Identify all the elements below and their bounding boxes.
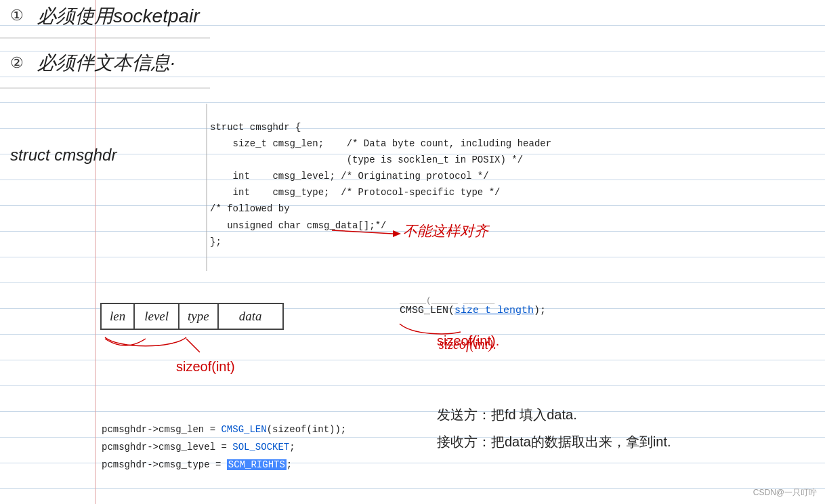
section2-number: ② (10, 54, 24, 72)
section2-text: 必须伴文本信息· (37, 50, 175, 76)
diagram-box-len: len (102, 304, 135, 329)
bottom-code: pcmsghdr->cmsg_len = CMSG_LEN(sizeof(int… (102, 404, 346, 491)
code-line7: unsigned char cmsg_data[];*/ (210, 220, 386, 231)
page: ① 必须使用socketpair ② 必须伴文本信息· struct cmsgh… (0, 0, 825, 504)
bottom-line1: pcmsghdr->cmsg_len = CMSG_LEN(sizeof(int… (102, 424, 346, 435)
diagram: len level type data (100, 303, 284, 330)
scm-rights: SCM_RIGHTS (227, 459, 287, 470)
sizeof-int-label: sizeof(int) (176, 359, 235, 375)
code-block: struct cmsghdr { size_t cmsg_len; /* Dat… (210, 103, 551, 266)
section1-text: 必须使用socketpair (37, 3, 200, 29)
cmsg-len-code: CMSG_LEN(size_t length); (400, 305, 546, 316)
bottom-line3: pcmsghdr->cmsg_type = SCM_RIGHTS; (102, 459, 292, 470)
diagram-box-type: type (179, 304, 219, 329)
diagram-box-level: level (135, 304, 179, 329)
code-line5: int cmsg_type; /* Protocol-specific type… (210, 187, 500, 198)
section1-number: ① (10, 7, 24, 24)
sizeof-right-label: sizeof(int). (437, 333, 499, 349)
code-line2: size_t cmsg_len; /* Data byte count, inc… (210, 138, 551, 149)
right-annotation: 发送方：把fd 填入data. 接收方：把data的数据取出来，拿到int. (437, 401, 671, 455)
content-area: ① 必须使用socketpair ② 必须伴文本信息· struct cmsgh… (0, 0, 825, 504)
code-line8: }; (210, 236, 221, 247)
code-line1: struct cmsghdr { (210, 122, 301, 133)
diagram-box-data: data (219, 304, 282, 329)
code-line6: /* followed by (210, 203, 290, 214)
sol-socket: SOL_SOCKET (232, 442, 289, 453)
diagram-boxes: len level type data (100, 303, 284, 330)
cmsg-len-call: CMSG_LEN (221, 424, 266, 435)
watermark: CSDN@一只叮咛 (753, 487, 817, 499)
right-annotation-line1: 发送方：把fd 填入data. (437, 401, 671, 428)
size-t-length: size_t length (454, 305, 534, 316)
right-annotation-line2: 接收方：把data的数据取出来，拿到int. (437, 428, 671, 455)
struct-label: struct cmsghdr (10, 146, 117, 165)
bottom-line2: pcmsghdr->cmsg_level = SOL_SOCKET; (102, 442, 295, 453)
code-line3: (type is socklen_t in POSIX) */ (210, 154, 523, 165)
code-line4: int cmsg_level; /* Originating protocol … (210, 171, 489, 182)
